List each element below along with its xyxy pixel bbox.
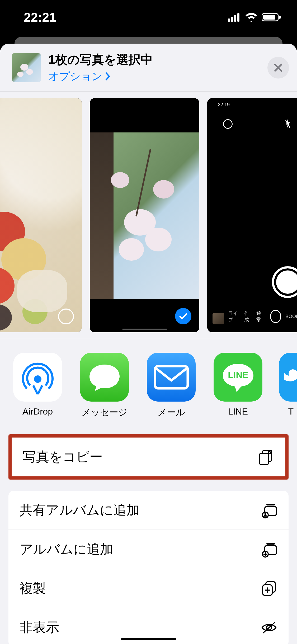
sheet-header: 1枚の写真を選択中 オプション	[0, 44, 297, 92]
svg-rect-9	[155, 366, 188, 388]
close-button[interactable]	[267, 57, 289, 79]
copy-icon	[257, 449, 274, 466]
svg-text:LINE: LINE	[228, 370, 248, 380]
flash-off-icon	[285, 119, 290, 129]
action-label: 複製	[20, 579, 46, 597]
shutter-icon	[272, 266, 297, 298]
album-add-icon	[261, 541, 277, 558]
action-label: 非表示	[20, 619, 59, 636]
home-indicator[interactable]	[121, 638, 176, 640]
action-duplicate[interactable]: 複製	[8, 569, 289, 608]
app-label: メール	[158, 406, 185, 418]
action-list: 共有アルバムに追加 アルバムに追加 複製 非表示	[8, 491, 289, 644]
wifi-icon	[245, 12, 258, 22]
photo-thumbnail-3[interactable]: 22:19 ライブ 作成 通常 BOOMERANG	[207, 98, 297, 332]
highlight-annotation: 写真をコピー	[8, 434, 289, 480]
action-label: 写真をコピー	[23, 448, 103, 466]
action-add-shared-album[interactable]: 共有アルバムに追加	[8, 491, 289, 530]
action-label: 共有アルバムに追加	[20, 501, 140, 519]
mail-icon	[153, 364, 190, 390]
app-label: AirDrop	[22, 406, 53, 417]
camera-preview-time: 22:19	[218, 102, 230, 108]
svg-point-8	[34, 375, 41, 383]
app-line[interactable]: LINE LINE	[212, 353, 264, 418]
options-label: オプション	[48, 69, 102, 84]
share-sheet: 1枚の写真を選択中 オプション	[0, 44, 297, 644]
messages-icon	[87, 361, 122, 393]
airdrop-icon	[21, 360, 55, 394]
svg-rect-17	[266, 543, 275, 545]
selection-check-icon	[175, 308, 191, 324]
svg-rect-2	[234, 15, 236, 22]
battery-icon	[262, 12, 281, 22]
status-bar: 22:21	[0, 0, 297, 34]
twitter-icon	[284, 361, 297, 393]
share-app-row[interactable]: AirDrop メッセージ メール LINE LINE	[0, 339, 297, 429]
photo-strip[interactable]: 22:19 ライブ 作成 通常 BOOMERANG	[0, 92, 297, 339]
duplicate-icon	[261, 580, 277, 597]
close-icon	[273, 62, 284, 73]
camera-gallery-icon	[213, 313, 224, 324]
svg-rect-12	[260, 453, 268, 464]
svg-rect-6	[279, 16, 281, 19]
svg-rect-0	[228, 19, 230, 22]
hide-icon	[261, 619, 277, 636]
selection-ring-icon	[58, 309, 74, 324]
svg-rect-13	[266, 504, 275, 505]
app-messages[interactable]: メッセージ	[79, 353, 130, 418]
app-mail[interactable]: メール	[145, 353, 197, 418]
app-twitter[interactable]: T	[279, 353, 297, 418]
svg-rect-3	[237, 13, 239, 22]
line-icon: LINE	[220, 360, 257, 394]
sheet-title: 1枚の写真を選択中	[48, 52, 267, 68]
chevron-right-icon	[105, 72, 111, 81]
svg-point-16	[265, 513, 266, 515]
app-label: LINE	[228, 406, 248, 417]
gear-icon	[223, 119, 233, 129]
shared-album-icon	[261, 502, 277, 519]
action-label: アルバムに追加	[20, 540, 113, 558]
app-label: メッセージ	[82, 406, 128, 418]
cellular-icon	[228, 13, 241, 22]
svg-rect-1	[231, 17, 233, 22]
options-button[interactable]: オプション	[48, 69, 267, 84]
svg-rect-5	[263, 15, 275, 20]
status-indicators	[228, 12, 281, 22]
status-time: 22:21	[24, 10, 56, 25]
app-label: T	[288, 406, 294, 417]
photo-thumbnail-1[interactable]	[0, 98, 82, 332]
action-add-album[interactable]: アルバムに追加	[8, 530, 289, 569]
camera-mode-labels: ライブ 作成 通常 BOOMERANG	[228, 310, 297, 323]
photo-thumbnail-2[interactable]	[90, 98, 199, 332]
app-airdrop[interactable]: AirDrop	[12, 353, 63, 418]
header-thumbnail	[12, 53, 41, 82]
action-copy-photo[interactable]: 写真をコピー	[12, 438, 285, 476]
